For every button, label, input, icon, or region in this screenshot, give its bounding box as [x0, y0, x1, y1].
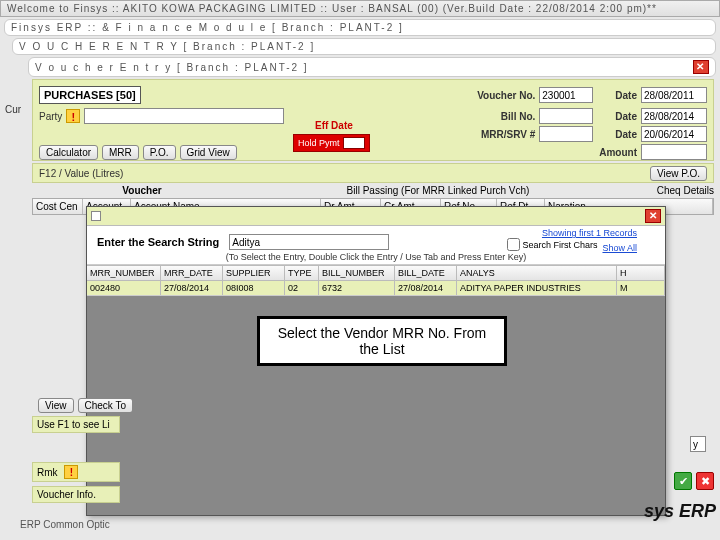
col-type: TYPE — [285, 266, 319, 280]
ok-icon[interactable]: ✔ — [674, 472, 692, 490]
cell-mrrdate: 27/08/2014 — [161, 281, 223, 295]
rmk-panel: Rmk ! — [32, 462, 120, 482]
date-input-3[interactable] — [641, 126, 707, 142]
hold-pymt-button[interactable]: Hold Pymt — [293, 134, 370, 152]
billno-label: Bill No. — [501, 111, 535, 122]
required-icon: ! — [64, 465, 78, 479]
billpassing-section-label: Bill Passing (For MRR Linked Purch Vch) — [252, 185, 624, 196]
f12-bar: F12 / Value (Litres) View P.O. — [32, 163, 714, 183]
date-label: Date — [615, 90, 637, 101]
ok-cancel-buttons: ✔ ✖ — [674, 472, 714, 490]
required-icon: ! — [66, 109, 80, 123]
check-to-button[interactable]: Check To — [78, 398, 134, 413]
erp-common-label: ERP Common Optic — [20, 519, 110, 530]
col-extra: H — [617, 266, 665, 280]
form-header: PURCHASES [50] — [39, 86, 141, 104]
showing-link[interactable]: Showing first 1 Records — [542, 228, 637, 238]
cell-billdate: 27/08/2014 — [395, 281, 457, 295]
first-chars-checkbox[interactable]: Search First Chars — [507, 238, 597, 251]
eff-date-label: Eff Date — [315, 120, 353, 131]
cell-type: 02 — [285, 281, 319, 295]
calculator-button[interactable]: Calculator — [39, 145, 98, 160]
cell-billnum: 6732 — [319, 281, 395, 295]
col-mrrdate: MRR_DATE — [161, 266, 223, 280]
date-label-2: Date — [615, 111, 637, 122]
cancel-icon[interactable]: ✖ — [696, 472, 714, 490]
party-input[interactable] — [84, 108, 284, 124]
window-title-voucher-entry-2: V o u c h e r E n t r y [ Branch : PLANT… — [28, 57, 716, 77]
close-icon[interactable]: ✕ — [693, 60, 709, 74]
mrrsrv-label: MRR/SRV # — [481, 129, 535, 140]
mrr-button[interactable]: MRR — [102, 145, 139, 160]
cur-label: Cur — [5, 104, 21, 115]
search-hint: (To Select the Entry, Double Click the E… — [97, 252, 655, 262]
rmk-label: Rmk — [37, 467, 58, 478]
mrrsrv-input[interactable] — [539, 126, 593, 142]
app-titlebar: Welcome to Finsys :: AKITO KOWA PACKAGIN… — [0, 0, 720, 17]
view-po-button[interactable]: View P.O. — [650, 166, 707, 181]
f12-label: F12 / Value (Litres) — [39, 168, 123, 179]
search-result-row[interactable]: 002480 27/08/2014 08I008 02 6732 27/08/2… — [87, 281, 665, 296]
gridview-button[interactable]: Grid View — [180, 145, 237, 160]
voucher-no-input[interactable] — [539, 87, 593, 103]
col-mrrnum: MRR_NUMBER — [87, 266, 161, 280]
voucher-form: PURCHASES [50] Voucher No. Date Cur Part… — [32, 79, 714, 161]
title-text: V O U C H E R E N T R Y [ Branch : PLANT… — [19, 41, 315, 52]
col-costcen: Cost Cen — [33, 199, 83, 214]
show-all-link[interactable]: Show All — [602, 243, 637, 253]
cheq-section-label: Cheq Details — [624, 185, 714, 196]
hold-pymt-field[interactable] — [343, 137, 365, 149]
cell-supplier: 08I008 — [223, 281, 285, 295]
search-close-icon[interactable]: ✕ — [645, 209, 661, 223]
party-label: Party — [39, 111, 62, 122]
brand-text: sys ERP — [644, 501, 716, 522]
po-button[interactable]: P.O. — [143, 145, 176, 160]
search-empty-area: Select the Vendor MRR No. From the List — [87, 296, 665, 515]
col-billdate: BILL_DATE — [395, 266, 457, 280]
search-list-header: MRR_NUMBER MRR_DATE SUPPLIER TYPE BILL_N… — [87, 265, 665, 281]
title-text: V o u c h e r E n t r y [ Branch : PLANT… — [35, 62, 309, 73]
search-popup-header: ✕ — [87, 207, 665, 226]
f1-hint: Use F1 to see Li — [32, 416, 120, 433]
view-button[interactable]: View — [38, 398, 74, 413]
window-title-finance: Finsys ERP :: & F i n a n c e M o d u l … — [4, 19, 716, 36]
first-chars-checkbox-input[interactable] — [507, 238, 520, 251]
instruction-callout: Select the Vendor MRR No. From the List — [257, 316, 507, 366]
amount-input[interactable] — [641, 144, 707, 160]
date-label-3: Date — [615, 129, 637, 140]
col-analys: ANALYS — [457, 266, 617, 280]
date-input-1[interactable] — [641, 87, 707, 103]
cell-mrrnum: 002480 — [87, 281, 161, 295]
search-body: Enter the Search String Showing first 1 … — [87, 226, 665, 265]
window-icon — [91, 211, 101, 221]
voucher-no-label: Voucher No. — [477, 90, 535, 101]
amount-label: Amount — [599, 147, 637, 158]
col-supplier: SUPPLIER — [223, 266, 285, 280]
cell-analys: ADITYA PAPER INDUSTRIES — [457, 281, 617, 295]
cell-extra: M — [617, 281, 665, 295]
voucher-section-label: Voucher — [32, 185, 252, 196]
search-popup: ✕ Enter the Search String Showing first … — [86, 206, 666, 516]
voucher-info-label: Voucher Info. — [32, 486, 120, 503]
window-title-voucher-entry-1: V O U C H E R E N T R Y [ Branch : PLANT… — [12, 38, 716, 55]
billno-input[interactable] — [539, 108, 593, 124]
col-billnum: BILL_NUMBER — [319, 266, 395, 280]
hold-pymt-label: Hold Pymt — [298, 138, 340, 148]
title-text: Finsys ERP :: & F i n a n c e M o d u l … — [11, 22, 404, 33]
first-chars-label: Search First Chars — [522, 240, 597, 250]
search-title: Enter the Search String — [97, 236, 219, 248]
date-input-2[interactable] — [641, 108, 707, 124]
y-input[interactable] — [690, 436, 706, 452]
search-input[interactable] — [229, 234, 389, 250]
